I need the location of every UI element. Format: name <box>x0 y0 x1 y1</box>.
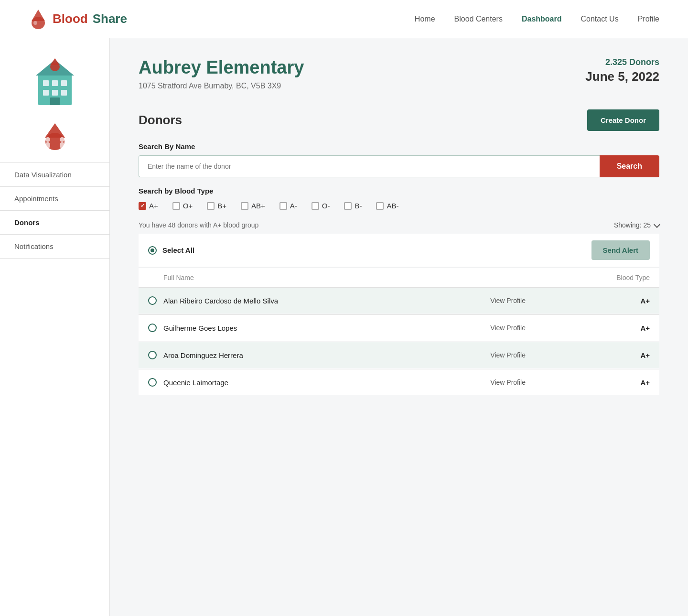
blood-type-checkbox-oplus[interactable] <box>172 202 180 210</box>
blood-type-filter-aminus[interactable]: A- <box>280 202 297 210</box>
main-layout: Data Visualization Appointments Donors N… <box>0 38 688 616</box>
blood-type-label-abplus: AB+ <box>251 202 265 210</box>
nav-dashboard[interactable]: Dashboard <box>522 15 562 23</box>
blood-type-checkbox-bplus[interactable] <box>207 202 215 210</box>
center-stats: 2.325 Donors June 5, 2022 <box>585 57 659 84</box>
donor-view-profile-3[interactable]: View Profile <box>441 378 576 386</box>
donor-view-profile-2[interactable]: View Profile <box>441 351 576 359</box>
search-row: Search <box>139 155 659 177</box>
donor-blood-1: A+ <box>582 324 650 332</box>
header: BloodShare Home Blood Centers Dashboard … <box>0 0 688 38</box>
svg-point-18 <box>60 137 64 142</box>
logo-blood: Blood <box>53 11 88 26</box>
search-by-blood-type-label: Search by Blood Type <box>139 187 659 195</box>
blood-type-filter-row: A+ O+ B+ AB+ <box>139 202 659 210</box>
svg-rect-11 <box>52 90 58 96</box>
showing-label: Showing: 25 <box>614 221 651 229</box>
blood-type-checkbox-bminus[interactable] <box>344 202 352 210</box>
blood-type-filter-ominus[interactable]: O- <box>312 202 330 210</box>
table-row: Aroa Dominguez Herrera View Profile A+ <box>139 342 659 368</box>
donor-radio-2[interactable] <box>148 351 157 359</box>
svg-point-19 <box>60 142 64 149</box>
select-all-radio[interactable] <box>148 246 157 255</box>
donor-radio-0[interactable] <box>148 296 157 305</box>
nav-blood-centers[interactable]: Blood Centers <box>454 15 503 23</box>
blood-type-filter-bplus[interactable]: B+ <box>207 202 226 210</box>
donor-view-profile-0[interactable]: View Profile <box>441 297 576 304</box>
blood-type-filter-abplus[interactable]: AB+ <box>241 202 265 210</box>
blood-type-filter-abminus[interactable]: AB- <box>376 202 398 210</box>
donor-blood-3: A+ <box>582 378 650 387</box>
center-details: Aubrey Elementary 1075 Stratford Ave Bur… <box>139 57 304 90</box>
svg-rect-8 <box>52 80 58 86</box>
svg-rect-7 <box>43 80 49 86</box>
sidebar-item-notifications[interactable]: Notifications <box>0 235 109 259</box>
svg-rect-13 <box>50 97 60 105</box>
center-address: 1075 Stratford Ave Burnaby, BC, V5B 3X9 <box>139 82 304 90</box>
donor-name-2: Aroa Dominguez Herrera <box>163 351 434 359</box>
svg-point-17 <box>45 142 50 149</box>
building-icon <box>26 53 84 110</box>
blood-type-checkbox-abplus[interactable] <box>241 202 248 210</box>
nav-contact-us[interactable]: Contact Us <box>581 15 619 23</box>
search-button[interactable]: Search <box>600 155 659 177</box>
logo: BloodShare <box>29 9 127 30</box>
donors-meta: You have 48 donors with A+ blood group S… <box>139 221 659 229</box>
svg-rect-9 <box>61 80 67 86</box>
svg-point-2 <box>33 21 37 25</box>
blood-type-checkbox-abminus[interactable] <box>376 202 384 210</box>
blood-type-label-oplus: O+ <box>183 202 193 210</box>
search-input[interactable] <box>139 155 600 177</box>
svg-marker-1 <box>32 10 45 21</box>
blood-type-checkbox-ominus[interactable] <box>312 202 319 210</box>
sidebar-item-appointments[interactable]: Appointments <box>0 187 109 211</box>
center-info: Aubrey Elementary 1075 Stratford Ave Bur… <box>139 57 659 90</box>
blood-share-icon <box>38 119 72 153</box>
search-section: Search By Name Search Search by Blood Ty… <box>139 142 659 210</box>
center-date: June 5, 2022 <box>585 69 659 84</box>
svg-marker-6 <box>50 58 60 65</box>
blood-type-label-ominus: O- <box>322 202 330 210</box>
blood-type-label-abminus: AB- <box>387 202 398 210</box>
table-row: Alan Ribeiro Cardoso de Mello Silva View… <box>139 287 659 313</box>
svg-marker-15 <box>45 123 65 138</box>
donors-meta-text: You have 48 donors with A+ blood group <box>139 221 258 229</box>
donor-radio-1[interactable] <box>148 324 157 332</box>
sidebar-item-data-visualization[interactable]: Data Visualization <box>0 163 109 187</box>
create-donor-button[interactable]: Create Donor <box>587 109 659 131</box>
svg-rect-12 <box>61 90 67 96</box>
table-row: Guilherme Goes Lopes View Profile A+ <box>139 314 659 341</box>
blood-type-filter-bminus[interactable]: B- <box>344 202 362 210</box>
sidebar-item-donors[interactable]: Donors <box>0 211 109 235</box>
sidebar: Data Visualization Appointments Donors N… <box>0 38 110 616</box>
donor-radio-3[interactable] <box>148 378 157 387</box>
select-all-left: Select All <box>148 246 194 255</box>
donor-name-3: Queenie Laimortage <box>163 378 434 387</box>
logo-share: Share <box>93 11 127 26</box>
chevron-down-icon <box>654 221 660 227</box>
sidebar-menu: Data Visualization Appointments Donors N… <box>0 162 109 259</box>
nav-profile[interactable]: Profile <box>638 15 659 23</box>
select-all-row: Select All Send Alert <box>139 234 659 267</box>
select-all-label: Select All <box>162 246 194 254</box>
col-header-full-name: Full Name <box>163 274 441 281</box>
blood-type-filter-aplus[interactable]: A+ <box>139 202 158 210</box>
col-header-blood-type: Blood Type <box>580 274 650 281</box>
nav-home[interactable]: Home <box>415 15 435 23</box>
center-name: Aubrey Elementary <box>139 57 304 78</box>
blood-type-checkbox-aminus[interactable] <box>280 202 287 210</box>
blood-type-label-aminus: A- <box>290 202 297 210</box>
donor-view-profile-1[interactable]: View Profile <box>441 324 576 332</box>
send-alert-button[interactable]: Send Alert <box>591 240 650 260</box>
blood-type-filter-oplus[interactable]: O+ <box>172 202 193 210</box>
blood-type-label-bminus: B- <box>355 202 362 210</box>
blood-type-label-bplus: B+ <box>217 202 226 210</box>
donor-blood-2: A+ <box>582 351 650 359</box>
table-header: Full Name Blood Type <box>139 268 659 287</box>
showing-select[interactable]: Showing: 25 <box>614 221 659 229</box>
blood-type-checkbox-aplus[interactable] <box>139 202 146 210</box>
donor-name-1: Guilherme Goes Lopes <box>163 324 434 332</box>
donors-section-title: Donors <box>139 113 182 128</box>
logo-icon <box>29 9 48 30</box>
main-nav: Home Blood Centers Dashboard Contact Us … <box>415 15 659 23</box>
